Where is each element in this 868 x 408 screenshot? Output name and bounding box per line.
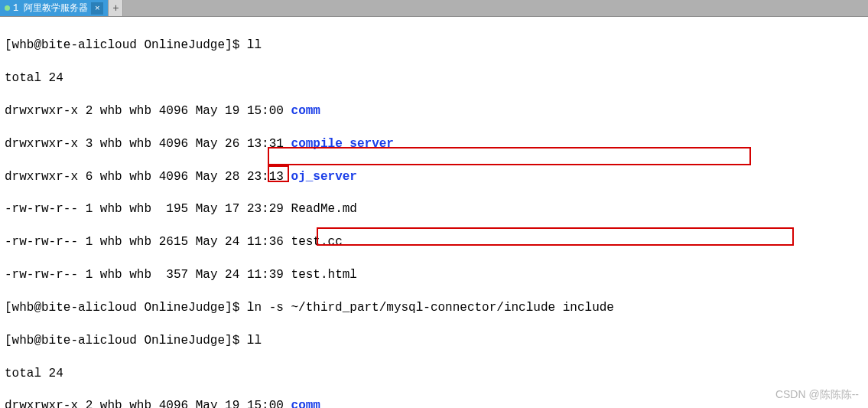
- dir-comm: comm: [291, 104, 320, 118]
- watermark: CSDN @陈陈陈--: [775, 388, 859, 402]
- terminal[interactable]: [whb@bite-alicloud OnlineJudge]$ ll tota…: [0, 17, 868, 408]
- command-ll-1: ll: [247, 38, 262, 52]
- command-ll-2: ll: [247, 334, 262, 348]
- dir-comm-2: comm: [291, 399, 320, 408]
- close-icon[interactable]: ×: [91, 2, 103, 15]
- file-test-html: test.html: [291, 268, 357, 282]
- status-dot-icon: [5, 5, 10, 11]
- dir-oj-server: oj_server: [291, 170, 357, 184]
- file-readme: ReadMe.md: [291, 202, 357, 216]
- command-ln: ln -s ~/third_part/mysql-connector/inclu…: [247, 301, 614, 315]
- tab-active[interactable]: 1 阿里教学服务器 ×: [0, 0, 108, 16]
- prompt: [whb@bite-alicloud OnlineJudge]$: [5, 334, 247, 348]
- file-test-cc: test.cc: [291, 235, 343, 249]
- add-tab-button[interactable]: +: [108, 0, 123, 16]
- total-line-2: total 24: [5, 366, 863, 382]
- file-perm: drwxrwxr-x: [5, 104, 78, 118]
- tab-bar: 1 阿里教学服务器 × +: [0, 0, 868, 17]
- dir-compile-server: compile_server: [291, 137, 394, 151]
- tab-title: 1 阿里教学服务器: [13, 2, 88, 15]
- prompt: [whb@bite-alicloud OnlineJudge]$: [5, 38, 247, 52]
- prompt: [whb@bite-alicloud OnlineJudge]$: [5, 301, 247, 315]
- total-line-1: total 24: [5, 70, 863, 86]
